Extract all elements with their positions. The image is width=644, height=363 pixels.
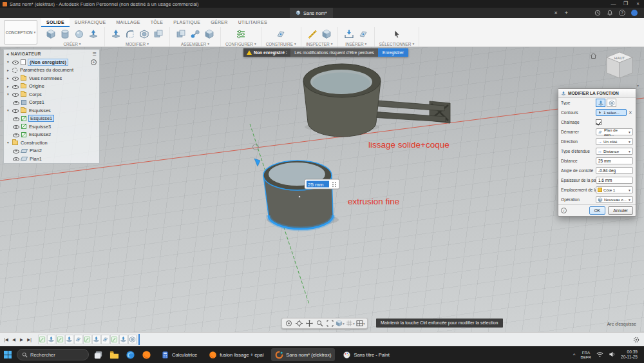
viewport-3d[interactable]: 25 mm lissage solide+coque extrusion fin… (0, 47, 644, 332)
visibility-eye-icon[interactable] (12, 108, 19, 113)
add-icon[interactable]: + (91, 59, 97, 65)
language-indicator[interactable]: FRA BEFR (581, 350, 592, 359)
tree-item-named-views[interactable]: ▸ Vues nommées (4, 74, 99, 83)
timeline-feature-extrude[interactable] (92, 335, 100, 344)
tree-item-plane2[interactable]: Plan2 (4, 147, 99, 155)
chaining-checkbox[interactable] (596, 119, 601, 125)
help-icon[interactable]: ? (619, 10, 625, 16)
mug-body[interactable] (303, 64, 381, 137)
tree-item-document-root[interactable]: ▾ (Non enregistré) + (4, 58, 99, 66)
timeline-feature-extrude[interactable] (119, 335, 128, 344)
timeline-feature-extrude[interactable] (65, 335, 73, 344)
wall-location-dropdown[interactable]: Côté 1▼ (596, 186, 633, 193)
taskbar-app-paint[interactable]: Sans titre - Paint (339, 348, 393, 361)
operation-dropdown[interactable]: Nouveau c...▼ (596, 196, 633, 203)
view-cube[interactable]: HAUT ▾ (590, 50, 639, 88)
cancel-button[interactable]: Annuler (608, 206, 633, 215)
taskbar-app-calculator[interactable]: Calculatrice (157, 348, 201, 361)
minimize-button[interactable]: — (607, 0, 620, 8)
extrusion-cylinder[interactable] (263, 161, 333, 229)
extent-type-dropdown[interactable]: ↔ Distance▼ (596, 148, 633, 155)
tray-expand-icon[interactable]: ^ (573, 352, 576, 358)
edge-browser-icon[interactable] (123, 348, 137, 361)
orbit-icon[interactable] (284, 319, 293, 328)
tree-item-origin[interactable]: ▸ Origine (4, 83, 99, 91)
wifi-icon[interactable] (596, 351, 603, 359)
joint-button[interactable] (189, 28, 202, 41)
zoom-icon[interactable] (315, 319, 324, 328)
save-button[interactable]: Enregistrer (378, 48, 408, 57)
dialog-header[interactable]: MODIFIER LA FONCTION (558, 89, 636, 98)
expand-icon[interactable]: ▾ (6, 108, 10, 112)
grid-settings-icon[interactable]: ▾ (346, 319, 355, 328)
rigid-group-button[interactable] (203, 28, 216, 41)
new-component-button[interactable] (175, 28, 187, 41)
task-view-icon[interactable] (91, 348, 105, 361)
create-sphere-button[interactable] (73, 28, 86, 41)
skip-to-end-button[interactable]: ▶| (26, 337, 33, 342)
tree-item-sketch1[interactable]: Esquisse1 (4, 115, 99, 123)
timeline-feature-sketch[interactable] (110, 335, 118, 344)
direction-dropdown[interactable]: → Un côté▼ (596, 138, 633, 145)
group-label-inserer[interactable]: INSÉRER▾ (345, 41, 366, 46)
document-tab[interactable]: Sans nom* (290, 8, 333, 18)
tab-solide[interactable]: SOLIDE (41, 18, 70, 27)
expand-icon[interactable]: ▾ (6, 92, 10, 96)
press-pull-button[interactable] (109, 28, 122, 41)
visibility-eye-icon[interactable] (13, 99, 19, 105)
timeline-feature-sketch[interactable] (83, 335, 91, 344)
pan-icon[interactable] (305, 319, 314, 328)
close-button[interactable]: × (632, 0, 644, 8)
info-icon[interactable]: i (561, 208, 567, 213)
insert-svg-button[interactable] (357, 28, 370, 41)
visibility-eye-icon[interactable] (13, 156, 19, 162)
expand-icon[interactable]: ▸ (6, 84, 10, 88)
distance-input[interactable]: 25 mm (596, 157, 633, 164)
timeline-position-marker[interactable] (138, 334, 140, 345)
tab-gerer[interactable]: GÉRER (205, 18, 232, 27)
timeline-feature-extrude[interactable] (47, 335, 55, 344)
chevron-down-icon[interactable]: ▾ (637, 83, 639, 88)
mug-handle[interactable] (370, 100, 450, 123)
file-explorer-icon[interactable] (107, 348, 121, 361)
visibility-eye-icon[interactable] (12, 75, 19, 81)
visibility-eye-icon[interactable] (13, 132, 19, 137)
dimension-input[interactable]: 25 mm (305, 179, 339, 189)
ok-button[interactable]: OK (589, 206, 606, 215)
firefox-browser-icon[interactable] (139, 348, 153, 361)
maximize-button[interactable]: ❐ (620, 0, 632, 8)
timeline-feature-plane[interactable] (101, 335, 109, 344)
viewports-icon[interactable]: ▾ (356, 319, 365, 328)
group-label-creer[interactable]: CRÉER▾ (63, 41, 80, 46)
group-label-inspecter[interactable]: INSPECTER▾ (306, 41, 332, 46)
taskbar-app-browser-window[interactable]: fusion lissage + epai (205, 348, 267, 361)
group-label-construire[interactable]: CONSTRUIRE▾ (266, 41, 296, 46)
create-cylinder-button[interactable] (59, 28, 71, 41)
group-label-modifier[interactable]: MODIFIER▾ (126, 41, 149, 46)
section-analysis-button[interactable] (320, 28, 333, 41)
extrude-button[interactable] (87, 28, 100, 41)
expand-icon[interactable]: ▸ (6, 68, 10, 72)
view-cube-faces[interactable]: HAUT (603, 50, 636, 81)
tree-item-construction-folder[interactable]: ▾ Construction (4, 139, 99, 147)
job-status-clock-icon[interactable] (594, 10, 601, 16)
fillet-button[interactable] (124, 28, 137, 41)
select-button[interactable] (390, 28, 403, 41)
taper-angle-input[interactable]: -0.84 deg (596, 167, 633, 174)
play-button[interactable]: ▶ (18, 337, 25, 342)
tab-tole[interactable]: TÔLE (146, 18, 168, 27)
create-box-button[interactable] (44, 28, 57, 41)
collapse-panel-icon[interactable]: ◂ (6, 52, 9, 57)
workspace-selector[interactable]: CONCEPTION▾ (4, 20, 37, 44)
visibility-eye-icon[interactable] (13, 115, 19, 121)
tree-item-sketch3[interactable]: Esquisse3 (4, 123, 99, 131)
visibility-eye-icon[interactable] (13, 124, 19, 130)
tree-item-plane1[interactable]: Plan1 (4, 155, 99, 163)
step-back-button[interactable]: ◀ (10, 337, 17, 342)
clear-selection-icon[interactable]: ✕ (629, 110, 632, 115)
contours-selection-field[interactable]: 1 sélec... (596, 109, 627, 116)
insert-mesh-button[interactable] (343, 28, 355, 41)
tree-item-sketches-folder[interactable]: ▾ Esquisses (4, 106, 99, 115)
gear-icon[interactable] (632, 336, 640, 344)
timeline-feature-plane[interactable] (74, 335, 82, 344)
